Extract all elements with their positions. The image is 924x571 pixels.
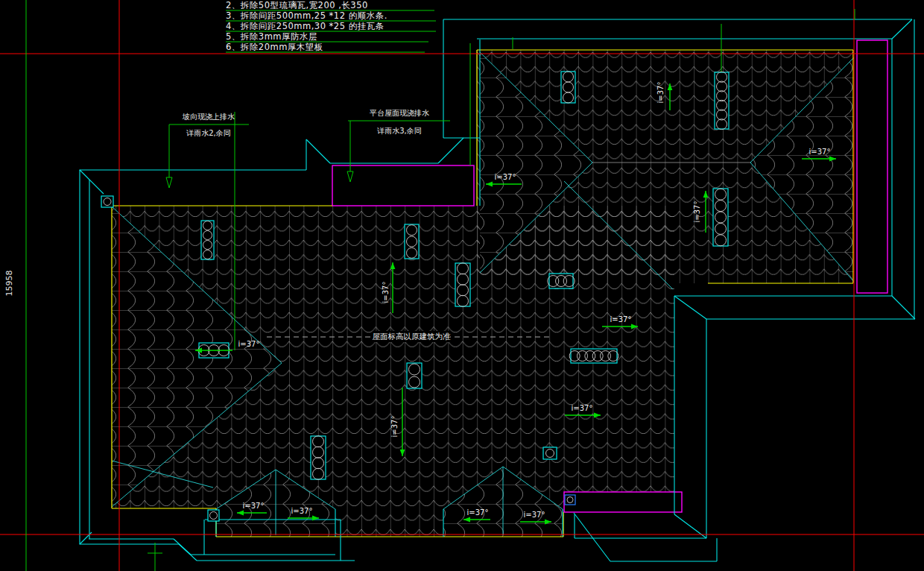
slope-annotation: i=37° (463, 508, 490, 522)
slope-label: i=37° (693, 201, 701, 223)
slope-label: i=37° (495, 173, 516, 181)
roof-vent (569, 349, 618, 363)
roof-vent (405, 224, 419, 259)
slope-label: i=37° (382, 282, 390, 303)
roof-vent (548, 274, 575, 288)
roof-vent (455, 263, 470, 307)
leader-1-line-1: 坡向现浇上排水 (182, 113, 235, 121)
leader-2-line-2: 详雨水3,余同 (376, 127, 422, 135)
notes-list: 2、拆除50型琉璃瓦,宽200 ,长350 3、拆除间距500mm,25 *12… (226, 0, 387, 52)
slope-label: i=37° (238, 340, 260, 348)
roof-vent (715, 72, 729, 129)
slope-label: i=37° (243, 502, 265, 510)
slope-label: i=37° (524, 511, 545, 519)
cad-canvas[interactable]: 屋面标高以原建筑为准 15958 2、拆除50型琉璃瓦,宽200 ,长350 3… (0, 0, 924, 571)
center-note-text: 屋面标高以原建筑为准 (373, 332, 452, 341)
note-item: 2、拆除50型琉璃瓦,宽200 ,长350 (226, 0, 368, 10)
bottom-highlight-rect (564, 492, 682, 512)
slope-label: i=37° (610, 315, 632, 324)
note-item: 4、拆除间距250mm,30 *25 的挂瓦条 (226, 21, 385, 31)
roof-vent (565, 495, 575, 505)
slope-label: i=37° (572, 404, 593, 412)
roof-vent (713, 189, 728, 246)
note-item: 6、拆除20mm厚木望板 (226, 42, 323, 52)
leader-2-line-1: 平台屋面现浇排水 (370, 109, 429, 117)
roof-vent (201, 221, 214, 259)
platform-highlight-rect (332, 165, 474, 206)
leader-1-line-2: 详雨水2,余同 (186, 129, 231, 137)
roof-vent (543, 447, 557, 459)
cad-viewport: 屋面标高以原建筑为准 15958 2、拆除50型琉璃瓦,宽200 ,长350 3… (0, 0, 924, 571)
right-edge-highlight-rect (857, 40, 887, 293)
note-item: 5、拆除3mm厚防水层 (226, 31, 317, 42)
leader-annotations: 坡向现浇上排水 详雨水2,余同 平台屋面现浇排水 详雨水3,余同 (182, 109, 429, 137)
roof-tile-field (112, 50, 854, 537)
slope-label: i=37° (809, 148, 831, 156)
roof-vent (407, 363, 422, 388)
dimension-label-left: 15958 (4, 271, 14, 297)
roof-vent (311, 436, 326, 480)
slope-label: i=37° (291, 507, 313, 515)
roof-vent (101, 196, 113, 207)
roof-vent (208, 510, 219, 521)
roof-vent (561, 72, 575, 103)
slope-label: i=37° (656, 82, 665, 104)
slope-label: i=37° (467, 508, 489, 517)
note-item: 3、拆除间距500mm,25 *12 的顺水条. (226, 10, 387, 21)
slope-label: i=37° (390, 416, 399, 438)
